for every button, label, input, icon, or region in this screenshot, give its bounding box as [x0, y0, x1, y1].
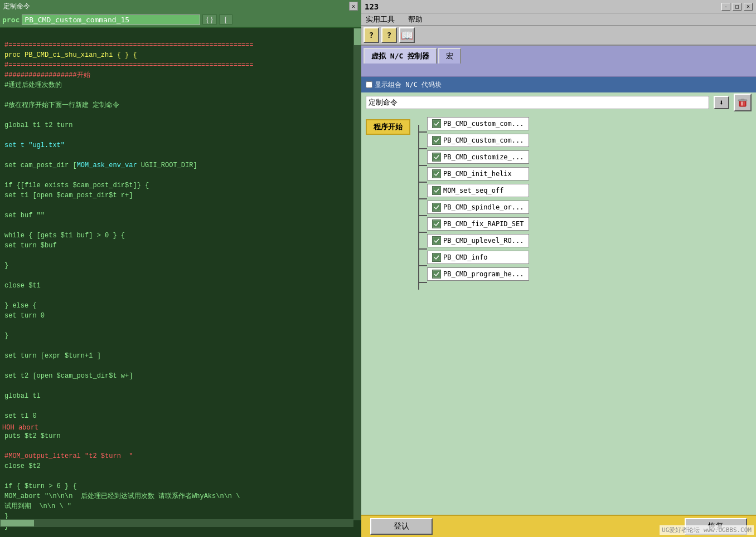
svg-rect-20 — [433, 170, 440, 177]
scrollbar-h-thumb[interactable] — [1, 520, 34, 526]
cmd-icon — [432, 153, 441, 162]
bracket-button[interactable]: [ — [219, 14, 232, 25]
command-bar: ⬇ — [361, 92, 756, 113]
menu-bar: 实用工具 帮助 — [361, 13, 756, 26]
maximize-button[interactable]: □ — [733, 3, 742, 11]
menu-help[interactable]: 帮助 — [406, 14, 425, 24]
cmd-label: MOM_set_seq_off — [443, 187, 503, 194]
show-combined-label: 显示组合 N/C 代码块 — [366, 80, 442, 90]
list-item[interactable]: PB_CMD_uplevel_RO... — [427, 234, 529, 247]
svg-rect-2 — [738, 100, 747, 101]
svg-rect-22 — [433, 204, 440, 211]
scrollbar-thumb[interactable] — [354, 28, 361, 45]
cmd-label: PB_CMD_uplevel_RO... — [443, 237, 524, 245]
close-button[interactable]: × — [349, 2, 358, 11]
vertical-scrollbar[interactable] — [353, 28, 361, 520]
connector-svg — [410, 117, 427, 295]
tree-area: 程序开始 — [361, 113, 756, 515]
right-close-button[interactable]: × — [744, 3, 753, 11]
cmd-label: PB_CMD_fix_RAPID_SET — [443, 220, 524, 228]
proc-name-input[interactable] — [22, 14, 200, 25]
app-title: 定制命令 — [3, 2, 30, 11]
list-item[interactable]: PB_CMD_custom_com... — [427, 117, 529, 130]
confirm-button[interactable]: 登认 — [370, 518, 433, 535]
macro-bar — [361, 64, 756, 77]
download-button[interactable]: ⬇ — [714, 96, 729, 109]
tab-nc-controller[interactable]: 虚拟 N/C 控制器 — [364, 48, 437, 64]
title-bar-left: 定制命令 — [3, 2, 30, 11]
toolbar-row: proc { } [ — [0, 12, 361, 28]
tab-bar: 虚拟 N/C 控制器 宏 — [361, 46, 756, 64]
code-area[interactable]: #=======================================… — [0, 28, 361, 537]
list-item[interactable]: MOM_set_seq_off — [427, 184, 529, 197]
cmd-icon — [432, 186, 441, 195]
command-input[interactable] — [366, 96, 709, 109]
svg-rect-21 — [433, 187, 440, 194]
help-icon-btn1[interactable]: ? — [364, 27, 379, 43]
list-item[interactable]: PB_CMD_spindle_or... — [427, 201, 529, 214]
command-list: PB_CMD_custom_com... PB_CMD_custom_com..… — [427, 117, 529, 281]
list-item[interactable]: PB_CMD_fix_RAPID_SET — [427, 217, 529, 231]
svg-rect-24 — [433, 237, 440, 244]
cmd-icon — [432, 253, 441, 262]
svg-rect-23 — [433, 221, 440, 227]
svg-rect-19 — [433, 154, 440, 160]
cmd-icon — [432, 270, 441, 279]
hoh-abort-text: HOH abort — [2, 423, 38, 431]
help-icon-btn2[interactable]: ? — [381, 27, 397, 43]
cmd-icon — [432, 119, 441, 128]
svg-rect-17 — [433, 120, 440, 127]
code-editor-panel: 定制命令 × proc { } [ #=====================… — [0, 0, 361, 537]
show-combined-checkbox[interactable] — [366, 81, 372, 88]
cmd-icon — [432, 203, 441, 212]
braces-button[interactable]: { } — [202, 14, 216, 25]
title-bar: 定制命令 × — [0, 0, 361, 12]
start-block: 程序开始 — [366, 119, 410, 135]
horizontal-scrollbar[interactable] — [0, 519, 353, 527]
list-item[interactable]: PB_CMD_init_helix — [427, 167, 529, 180]
right-title: 123 — [365, 2, 379, 11]
tab-macro[interactable]: 宏 — [438, 48, 461, 64]
cmd-icon — [432, 169, 441, 178]
cmd-label: PB_CMD_customize_... — [443, 153, 524, 161]
checkbox-bar: 显示组合 N/C 代码块 — [361, 77, 756, 92]
content-area: 显示组合 N/C 代码块 ⬇ 程序 — [361, 77, 756, 515]
right-panel: 123 - □ × 实用工具 帮助 ? ? 📖 虚拟 N/C 控制器 宏 显示组… — [361, 0, 756, 537]
menu-tools[interactable]: 实用工具 — [364, 14, 397, 24]
icon-bar: ? ? 📖 — [361, 26, 756, 46]
watermark: UG爱好者论坛 www.UGBBS.COM — [660, 525, 754, 535]
right-title-bar: 123 - □ × — [361, 0, 756, 13]
book-icon-btn[interactable]: 📖 — [399, 27, 415, 43]
list-item[interactable]: PB_CMD_info — [427, 251, 529, 264]
svg-rect-18 — [433, 137, 440, 144]
proc-label: proc — [2, 16, 20, 24]
cmd-icon — [432, 219, 441, 228]
list-item[interactable]: PB_CMD_custom_com... — [427, 134, 529, 147]
cmd-icon — [432, 236, 441, 245]
cmd-label: PB_CMD_init_helix — [443, 170, 512, 178]
list-item[interactable]: PB_CMD_program_he... — [427, 267, 529, 281]
list-item[interactable]: PB_CMD_customize_... — [427, 150, 529, 164]
cmd-label: PB_CMD_info — [443, 253, 487, 261]
cmd-label: PB_CMD_spindle_or... — [443, 203, 524, 211]
cmd-icon — [432, 136, 441, 145]
cmd-label: PB_CMD_custom_com... — [443, 136, 524, 144]
minimize-button[interactable]: - — [721, 3, 730, 11]
svg-rect-25 — [433, 254, 440, 261]
cmd-label: PB_CMD_program_he... — [443, 270, 524, 278]
trash-icon — [737, 97, 748, 108]
svg-rect-26 — [433, 271, 440, 277]
delete-button[interactable] — [734, 94, 752, 111]
cmd-label: PB_CMD_custom_com... — [443, 120, 524, 128]
